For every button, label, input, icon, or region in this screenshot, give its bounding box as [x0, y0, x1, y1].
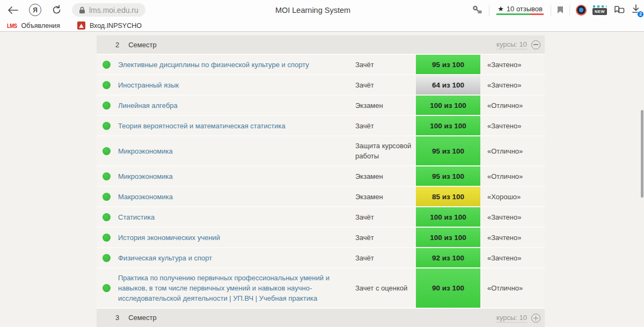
course-link[interactable]: Микроэкономика	[118, 172, 173, 180]
status-cell	[97, 81, 118, 89]
grade-text: «Зачтено»	[480, 253, 545, 263]
refresh-button[interactable]	[52, 5, 62, 15]
status-cell	[97, 61, 118, 69]
course-link[interactable]: Теория вероятностей и математическая ста…	[118, 122, 286, 130]
extension-icon[interactable]	[576, 5, 587, 16]
reviews-button[interactable]: ★ 10 отзывов	[495, 5, 545, 15]
exam-type: Экзамен	[355, 167, 416, 186]
bookmark-label: Вход.INPSYCHO	[90, 22, 142, 30]
toolbar-right: ★ 10 отзывов NEW	[472, 0, 642, 20]
course-link[interactable]: Статистика	[118, 213, 155, 221]
course-link[interactable]: Элективные дисциплины по физической куль…	[118, 61, 309, 69]
lock-icon	[79, 6, 85, 14]
grade-text: «Хорошо»	[480, 192, 545, 202]
semester-header-right: курсы: 10	[496, 40, 545, 49]
marquee-lights	[593, 5, 606, 8]
score-badge: 100 из 100	[416, 207, 480, 227]
grade-text: «Отлично»	[480, 171, 545, 181]
course-link[interactable]: Практика по получению первичных професси…	[118, 274, 330, 302]
grade-text: «Зачтено»	[480, 121, 545, 131]
grade-text: «Отлично»	[480, 100, 545, 111]
score-badge: 85 из 100	[416, 187, 480, 206]
table-row: МакроэкономикаЭкзамен85 из 100«Хорошо»	[97, 186, 545, 206]
bookmark-item-announcements[interactable]: LMS Объявления	[7, 22, 60, 30]
score-badge: 92 из 100	[416, 248, 480, 267]
address-bar[interactable]: lms.moi.edu.ru	[72, 3, 145, 17]
course-cell: Микроэкономика	[118, 167, 355, 186]
expand-icon[interactable]	[531, 314, 540, 323]
star-icon: ★	[497, 5, 504, 12]
exam-type: Зачёт	[355, 249, 416, 267]
score-badge: 100 из 100	[416, 116, 480, 135]
course-cell: Теория вероятностей и математическая ста…	[118, 117, 355, 135]
table-row: Линейная алгебраЭкзамен100 из 100«Отличн…	[97, 95, 545, 115]
collapse-icon[interactable]	[531, 40, 540, 49]
course-cell: Статистика	[118, 208, 355, 227]
rating-green-segment	[496, 13, 530, 15]
refresh-icon	[52, 5, 62, 15]
semester-header-3: 3 Семестр курсы: 10	[97, 308, 545, 327]
status-cell	[97, 193, 118, 201]
table-row: МикроэкономикаЭкзамен95 из 100«Отлично»	[97, 165, 545, 186]
exam-type: Зачёт	[355, 208, 416, 227]
courses-count-link[interactable]: курсы: 10	[496, 314, 527, 323]
new-badge-label: NEW	[592, 8, 607, 15]
course-link[interactable]: Иностранный язык	[118, 81, 179, 89]
course-link[interactable]: Физическая культура и спорт	[118, 254, 212, 262]
score-badge: 95 из 100	[416, 55, 480, 74]
exam-type: Зачёт	[355, 55, 416, 74]
grades-rows: Элективные дисциплины по физической куль…	[97, 54, 545, 308]
status-dot-icon	[103, 122, 111, 130]
exam-type: Экзамен	[355, 96, 416, 115]
collections-icon[interactable]	[613, 5, 625, 15]
exam-type: Зачет с оценкой	[355, 279, 416, 297]
exam-type: Зачёт	[355, 76, 416, 95]
new-marquee-icon[interactable]: NEW	[592, 5, 607, 15]
course-link[interactable]: Линейная алгебра	[118, 101, 178, 110]
toolbar-separator	[569, 5, 570, 16]
grade-text: «Зачтено»	[480, 212, 545, 222]
course-cell: Макроэкономика	[118, 187, 355, 206]
grade-text: «Зачтено»	[480, 80, 545, 90]
page-scrollbar[interactable]	[641, 110, 643, 198]
back-arrow-icon	[8, 6, 18, 14]
status-dot-icon	[103, 193, 111, 201]
rating-bar	[496, 13, 544, 15]
table-row: История экономических ученийЗачёт100 из …	[97, 227, 545, 247]
status-dot-icon	[103, 81, 111, 89]
semester-number: 2	[115, 41, 119, 49]
course-link[interactable]: Микроэкономика	[118, 147, 173, 155]
semester-header-2: 2 Семестр курсы: 10	[97, 35, 545, 54]
status-cell	[97, 147, 118, 155]
course-link[interactable]: Макроэкономика	[118, 193, 173, 201]
back-button[interactable]	[8, 6, 18, 14]
course-cell: Элективные дисциплины по физической куль…	[118, 55, 355, 74]
grade-text: «Зачтено»	[480, 232, 545, 243]
status-cell	[97, 284, 118, 292]
status-dot-icon	[103, 61, 111, 69]
status-dot-icon	[103, 172, 111, 180]
url-text: lms.moi.edu.ru	[89, 6, 138, 14]
score-badge: 90 из 100	[416, 268, 480, 308]
grade-text: «Отлично»	[480, 146, 545, 156]
course-link[interactable]: История экономических учений	[118, 234, 220, 242]
bookmark-item-inpsycho[interactable]: Вход.INPSYCHO	[77, 21, 142, 30]
status-dot-icon	[103, 213, 111, 221]
status-cell	[97, 213, 118, 221]
exam-type: Зачёт	[355, 117, 416, 135]
courses-count-link[interactable]: курсы: 10	[496, 40, 527, 49]
semester-number: 3	[115, 314, 119, 322]
exam-type: Защита курсовой работы	[355, 136, 416, 165]
bookmark-flag-icon[interactable]	[557, 6, 564, 14]
lms-logo-icon: LMS	[7, 22, 17, 29]
grade-text: «Зачтено»	[480, 60, 545, 70]
status-cell	[97, 172, 118, 180]
table-row: МикроэкономикаЗащита курсовой работы95 и…	[97, 135, 545, 165]
passwords-key-icon[interactable]	[472, 5, 483, 15]
downloads-button[interactable]: 2	[631, 4, 642, 17]
yandex-logo-icon[interactable]: Я	[29, 4, 41, 16]
semester-header-right: курсы: 10	[496, 314, 545, 323]
bookmark-label: Объявления	[21, 22, 60, 30]
score-badge: 100 из 100	[416, 96, 480, 115]
status-dot-icon	[103, 254, 111, 262]
